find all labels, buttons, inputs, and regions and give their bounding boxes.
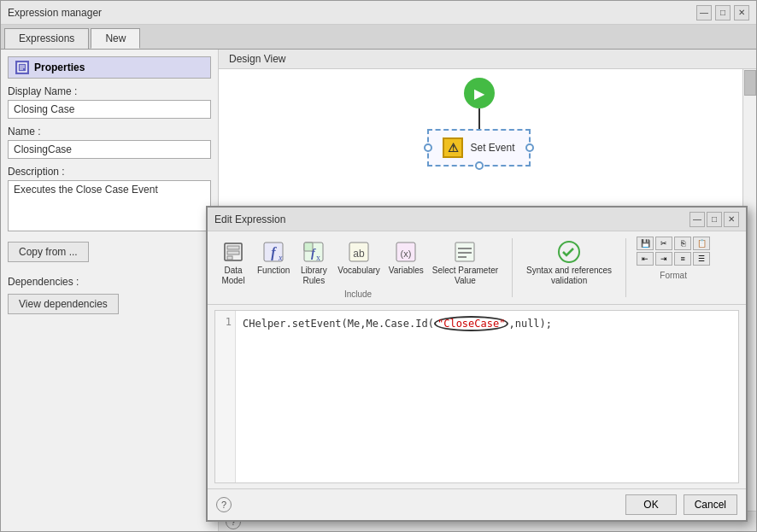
properties-title: Properties: [34, 61, 85, 73]
name-label: Name :: [8, 126, 211, 137]
description-label: Description :: [8, 166, 211, 178]
dialog-footer-buttons: OK Cancel: [625, 494, 737, 515]
data-model-label: DataModel: [221, 266, 244, 286]
select-parameter-label: Select ParameterValue: [432, 266, 498, 286]
toolbar-function[interactable]: f x Function: [254, 237, 293, 288]
vocabulary-icon: ab: [345, 238, 373, 266]
title-bar-controls: — □ ✕: [696, 5, 749, 20]
maximize-button[interactable]: □: [715, 5, 731, 20]
code-highlighted-string: "CloseCase": [434, 316, 508, 331]
include-section-label: Include: [214, 289, 502, 299]
toolbar-select-parameter[interactable]: Select ParameterValue: [429, 237, 502, 288]
code-editor-area: 1 CHelper.setEvent(Me,Me.Case.Id("CloseC…: [214, 310, 739, 483]
toolbar-syntax-validation[interactable]: Syntax and referencesvalidation: [523, 237, 615, 288]
node-right-connector: [525, 143, 534, 152]
display-name-input[interactable]: [8, 100, 211, 119]
dialog-controls: — □ ✕: [690, 212, 739, 227]
start-arrow-icon: ▶: [474, 85, 484, 102]
warning-icon: ⚠: [443, 137, 463, 158]
format-save-button[interactable]: 💾: [637, 237, 654, 250]
svg-rect-14: [304, 243, 313, 251]
title-bar: Expression manager — □ ✕: [1, 1, 756, 25]
select-parameter-icon: [451, 238, 478, 266]
format-cut-button[interactable]: ✂: [655, 237, 672, 250]
toolbar-data-model[interactable]: DataModel: [214, 237, 252, 288]
dialog-toolbar: DataModel f x Function: [208, 231, 746, 305]
properties-header: Properties: [8, 56, 211, 79]
syntax-validation-icon: [555, 238, 583, 266]
node-left-connector: [424, 143, 432, 152]
format-copy-button[interactable]: ⎘: [674, 237, 691, 250]
set-event-node[interactable]: ⚠ Set Event: [427, 129, 530, 167]
line-numbers: 1: [215, 311, 236, 482]
variables-icon: (x): [392, 238, 420, 266]
description-textarea[interactable]: Executes the Close Case Event: [8, 180, 211, 231]
close-button[interactable]: ✕: [734, 5, 749, 20]
dialog-minimize-button[interactable]: —: [690, 212, 705, 227]
format-paste-button[interactable]: 📋: [693, 237, 710, 250]
format-outdent-button[interactable]: ⇥: [655, 252, 672, 266]
dialog-footer: ? OK Cancel: [208, 488, 746, 520]
view-dependencies-button[interactable]: View dependencies: [8, 294, 119, 314]
name-input[interactable]: [8, 140, 211, 159]
main-window: Expression manager — □ ✕ Expressions New: [0, 0, 757, 532]
toolbar-variables[interactable]: (x) Variables: [385, 237, 427, 288]
minimize-button[interactable]: —: [696, 5, 712, 20]
line-number-1: 1: [219, 316, 232, 328]
dialog-ok-button[interactable]: OK: [625, 494, 676, 515]
dialog-cancel-button[interactable]: Cancel: [684, 494, 737, 515]
format-align-left-button[interactable]: ≡: [674, 252, 691, 266]
data-model-icon: [220, 238, 247, 266]
svg-text:ab: ab: [353, 248, 365, 260]
node-bottom-connector: [475, 161, 484, 170]
function-icon: f x: [260, 238, 287, 266]
dependencies-group: Dependencies : View dependencies: [8, 269, 211, 314]
library-rules-label: LibraryRules: [301, 266, 327, 286]
code-text-before: CHelper.setEvent(Me,Me.Case.Id("CloseCas…: [243, 318, 552, 330]
library-rules-icon: f x: [300, 238, 327, 266]
close-case-string: "CloseCase": [437, 318, 505, 330]
set-event-label: Set Event: [470, 142, 514, 154]
svg-rect-19: [455, 243, 474, 261]
format-indent-button[interactable]: ⇤: [637, 252, 654, 266]
toolbar-library-rules[interactable]: f x LibraryRules: [295, 237, 332, 288]
copy-from-button[interactable]: Copy from ...: [8, 242, 89, 262]
svg-rect-5: [227, 246, 239, 249]
display-name-group: Display Name :: [8, 85, 211, 119]
toolbar-vocabulary[interactable]: ab Vocabulary: [334, 237, 383, 288]
properties-icon: [15, 61, 29, 74]
design-view-header: Design View: [219, 50, 756, 69]
toolbar-separator-2: [625, 238, 626, 297]
format-align-right-button[interactable]: ☰: [693, 252, 710, 266]
svg-text:x: x: [278, 253, 283, 262]
svg-text:x: x: [316, 253, 320, 262]
code-content[interactable]: CHelper.setEvent(Me,Me.Case.Id("CloseCas…: [236, 311, 738, 482]
start-node: ▶: [464, 78, 495, 108]
variables-label: Variables: [389, 266, 424, 276]
format-section-label: Format: [637, 271, 710, 280]
tab-new[interactable]: New: [91, 28, 140, 49]
dialog-title-bar: Edit Expression — □ ✕: [208, 208, 746, 231]
left-panel: Properties Display Name : Name : Descrip…: [1, 50, 219, 531]
flow-container: ▶ ⚠ Set Event: [219, 78, 739, 167]
dependencies-label: Dependencies :: [8, 276, 211, 288]
format-buttons-row1: 💾 ✂ ⎘ 📋: [637, 237, 710, 250]
svg-rect-7: [227, 256, 232, 260]
dialog-title: Edit Expression: [214, 213, 285, 225]
dialog-help-button[interactable]: ?: [216, 497, 232, 512]
format-buttons-row2: ⇤ ⇥ ≡ ☰: [637, 252, 710, 266]
function-label: Function: [257, 266, 290, 276]
display-name-label: Display Name :: [8, 85, 211, 97]
dialog-close-button[interactable]: ✕: [724, 212, 739, 227]
vocabulary-label: Vocabulary: [337, 266, 379, 276]
connector-line-1: [478, 108, 480, 129]
tab-expressions[interactable]: Expressions: [4, 28, 89, 49]
tab-bar: Expressions New: [1, 25, 756, 50]
scrollbar-thumb[interactable]: [744, 70, 756, 96]
svg-rect-6: [227, 251, 239, 254]
window-title: Expression manager: [8, 7, 102, 19]
edit-expression-dialog: Edit Expression — □ ✕: [206, 206, 748, 522]
dialog-maximize-button[interactable]: □: [707, 212, 722, 227]
name-group: Name :: [8, 126, 211, 159]
svg-text:(x): (x): [401, 248, 412, 259]
